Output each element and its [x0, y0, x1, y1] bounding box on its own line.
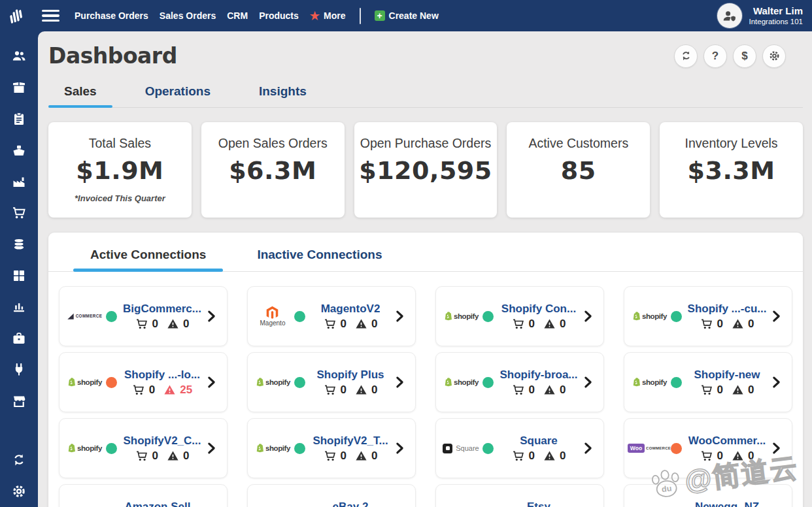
- connection-logo: COMMERCE Magento shopify: [443, 377, 479, 387]
- connections-tab[interactable]: Active Connections: [73, 244, 223, 271]
- chevron-right-icon[interactable]: [771, 375, 781, 389]
- cart-icon: [512, 318, 525, 331]
- connection-title-link[interactable]: Shopify Plus: [317, 368, 384, 382]
- create-new-button[interactable]: + Create New: [373, 10, 441, 21]
- kpi-card: Total Sales $1.9M *Invoiced This Quarter: [48, 122, 192, 218]
- connection-title-link[interactable]: Etsy: [527, 500, 550, 507]
- connection-title-link[interactable]: Shopify-new: [694, 368, 760, 382]
- currency-button[interactable]: $: [733, 44, 756, 68]
- connection-info: ShopifyV2_T... 0 0: [309, 434, 392, 463]
- connection-card[interactable]: COMMERCE Magento shopify: [247, 352, 416, 412]
- connections-tab[interactable]: Inactive Connections: [240, 244, 399, 271]
- chevron-right-icon[interactable]: [583, 441, 593, 455]
- connection-card[interactable]: COMMERCE Magento shopify: [59, 352, 228, 412]
- connection-title-link[interactable]: eBay 2: [333, 500, 369, 507]
- chevron-right-icon[interactable]: [207, 309, 216, 323]
- connection-card[interactable]: COMMERCE Magento shopify: [435, 418, 604, 478]
- chevron-right-icon[interactable]: [207, 375, 216, 389]
- warning-icon: [163, 384, 176, 396]
- chevron-right-icon[interactable]: [207, 441, 216, 455]
- connection-card[interactable]: COMMERCE Magento shopify: [59, 484, 228, 507]
- connection-card[interactable]: COMMERCE Magento shopify: [435, 484, 604, 507]
- package-icon[interactable]: [11, 80, 27, 95]
- connection-card[interactable]: COMMERCE Magento shopify: [59, 286, 228, 346]
- top-nav: Purchase OrdersSales OrdersCRMProducts ★…: [73, 8, 441, 24]
- warning-count: 0: [371, 384, 377, 397]
- status-dot: [294, 311, 305, 322]
- coins-icon[interactable]: [11, 237, 27, 252]
- dashboard-tab[interactable]: Sales: [48, 80, 112, 107]
- briefcase-icon[interactable]: [11, 331, 27, 346]
- square-wordmark: Square: [456, 444, 479, 452]
- chevron-right-icon[interactable]: [583, 375, 593, 389]
- connection-title-link[interactable]: BigCommerc...: [123, 303, 201, 316]
- clipboard-icon[interactable]: [11, 111, 27, 127]
- connection-title-link[interactable]: Amazon Sell...: [124, 500, 199, 507]
- nav-item[interactable]: Products: [257, 10, 301, 21]
- settings-gear-icon: [768, 50, 781, 62]
- warning-icon: [732, 384, 744, 396]
- shopify-logo-icon: [255, 377, 264, 387]
- chevron-right-icon[interactable]: [395, 375, 405, 389]
- connection-card[interactable]: COMMERCE Magento shopify: [247, 484, 416, 507]
- factory-icon[interactable]: [11, 174, 27, 189]
- app-logo-icon[interactable]: [7, 3, 31, 28]
- magento-logo-icon: [265, 306, 280, 319]
- chevron-right-icon[interactable]: [771, 441, 781, 455]
- cart-icon: [512, 450, 525, 463]
- connection-title-link[interactable]: WooCommer...: [688, 434, 766, 448]
- user-menu[interactable]: Walter Lim Integrations 101: [717, 3, 803, 28]
- plug-icon[interactable]: [11, 362, 27, 378]
- warning-icon: [732, 318, 744, 330]
- nav-item[interactable]: Purchase Orders: [73, 10, 150, 21]
- menu-icon[interactable]: [42, 10, 59, 22]
- pallet-icon[interactable]: [11, 268, 27, 284]
- dashboard-tab[interactable]: Operations: [129, 80, 226, 107]
- connection-info: Shopify Con... 0 0: [497, 303, 581, 331]
- nav-item[interactable]: CRM: [225, 10, 250, 21]
- connection-title-link[interactable]: Shopify ...-lo...: [124, 368, 200, 382]
- connection-card[interactable]: COMMERCE Magento shopify: [624, 286, 792, 346]
- connection-title-link[interactable]: ShopifyV2_C...: [123, 434, 201, 448]
- connection-info: Shopify Plus 0 0: [309, 368, 392, 397]
- chevron-right-icon[interactable]: [395, 309, 405, 323]
- chevron-right-icon[interactable]: [395, 441, 405, 455]
- connection-title-link[interactable]: MagentoV2: [321, 303, 381, 316]
- kpi-note: *Invoiced This Quarter: [75, 193, 165, 203]
- chevron-right-icon[interactable]: [583, 309, 593, 323]
- cart-icon[interactable]: [11, 205, 27, 221]
- connection-title-link[interactable]: Shopify-broa...: [500, 368, 578, 382]
- connection-card[interactable]: COMMERCE Magento shopify: [624, 352, 792, 412]
- connection-counts: 0 0: [135, 318, 190, 331]
- nav-item-more[interactable]: ★ More: [308, 10, 348, 22]
- order-count: 0: [341, 384, 347, 397]
- chevron-right-icon[interactable]: [771, 309, 781, 323]
- help-button[interactable]: ?: [703, 44, 727, 68]
- connection-card[interactable]: COMMERCE Magento shopify: [624, 418, 792, 478]
- refresh-button[interactable]: [674, 44, 698, 68]
- shopify-logo-icon: [443, 311, 452, 321]
- connection-title-link[interactable]: ShopifyV2_T...: [313, 434, 388, 448]
- connection-title-link[interactable]: Shopify Con...: [501, 303, 576, 316]
- dashboard-tab[interactable]: Insights: [243, 80, 322, 107]
- connection-card[interactable]: COMMERCE Magento shopify: [435, 286, 604, 346]
- customers-icon[interactable]: [11, 48, 27, 64]
- connection-card[interactable]: COMMERCE Magento shopify: [59, 418, 228, 478]
- cart-icon: [135, 450, 148, 463]
- cart-icon: [700, 384, 713, 397]
- cart-icon: [132, 384, 145, 397]
- gear-icon[interactable]: [11, 483, 27, 499]
- connection-title-link[interactable]: Newegg -NZ: [695, 500, 759, 507]
- connection-title-link[interactable]: Square: [520, 434, 558, 448]
- connection-card[interactable]: COMMERCE Magento shopify: [247, 286, 416, 346]
- connection-card[interactable]: COMMERCE Magento shopify: [247, 418, 416, 478]
- sync-icon[interactable]: [11, 452, 27, 468]
- nav-item[interactable]: Sales Orders: [158, 10, 218, 21]
- connection-card[interactable]: COMMERCE Magento shopify: [624, 484, 792, 507]
- connection-card[interactable]: COMMERCE Magento shopify: [435, 352, 604, 412]
- ship-icon[interactable]: [11, 142, 27, 158]
- settings-button[interactable]: [762, 44, 786, 68]
- storefront-icon[interactable]: [11, 393, 27, 409]
- connection-title-link[interactable]: Shopify ...-cu...: [688, 303, 767, 316]
- bar-chart-icon[interactable]: [11, 299, 27, 315]
